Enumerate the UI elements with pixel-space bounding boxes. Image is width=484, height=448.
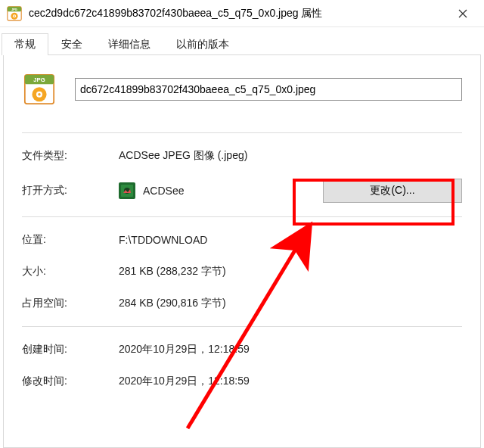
- label-openwith: 打开方式:: [22, 184, 119, 198]
- tab-previous-versions[interactable]: 以前的版本: [163, 33, 242, 55]
- tab-label: 以前的版本: [176, 38, 229, 50]
- jpeg-file-icon: JPG: [6, 5, 23, 22]
- row-sizeondisk: 占用空间: 284 KB (290,816 字节): [22, 294, 462, 313]
- tab-details[interactable]: 详细信息: [95, 33, 163, 55]
- label-modified: 修改时间:: [22, 375, 119, 388]
- value-openwith: ACDSee 更改(C)...: [119, 179, 462, 203]
- row-filetype: 文件类型: ACDSee JPEG 图像 (.jpeg): [22, 147, 462, 165]
- separator: [22, 132, 462, 133]
- row-created: 创建时间: 2020年10月29日，12:18:59: [22, 341, 462, 359]
- tab-strip: 常规 安全 详细信息 以前的版本: [2, 32, 482, 54]
- filename-input[interactable]: [75, 78, 462, 101]
- label-sizeondisk: 占用空间:: [22, 297, 119, 310]
- file-header: JPG: [22, 72, 462, 107]
- label-created: 创建时间:: [22, 343, 119, 356]
- row-size: 大小: 281 KB (288,232 字节): [22, 263, 462, 281]
- window-title: cec2d9dc672c41899b83702f430baeea_c5_q75_…: [29, 7, 446, 20]
- svg-point-13: [38, 93, 40, 95]
- tab-security[interactable]: 安全: [48, 33, 95, 55]
- close-icon: [458, 9, 467, 18]
- separator: [22, 326, 462, 327]
- jpeg-file-icon-large: JPG: [22, 72, 57, 107]
- openwith-app-name: ACDSee: [143, 185, 184, 197]
- tabs-container: 常规 安全 详细信息 以前的版本 JPG 文件类型: ACDSee JPE: [0, 27, 484, 448]
- row-location: 位置: F:\TDDOWNLOAD: [22, 231, 462, 249]
- tab-panel-general: JPG 文件类型: ACDSee JPEG 图像 (.jpeg) 打开方式:: [3, 54, 481, 448]
- svg-text:JPG: JPG: [33, 76, 45, 83]
- close-button[interactable]: [446, 2, 479, 25]
- change-button[interactable]: 更改(C)...: [323, 179, 462, 203]
- separator: [22, 216, 462, 217]
- value-location: F:\TDDOWNLOAD: [119, 234, 462, 246]
- acdsee-app-icon: [119, 182, 135, 199]
- value-modified: 2020年10月29日，12:18:59: [119, 375, 462, 388]
- value-filetype: ACDSee JPEG 图像 (.jpeg): [119, 149, 462, 163]
- tab-general[interactable]: 常规: [2, 33, 48, 55]
- label-filetype: 文件类型:: [22, 149, 119, 163]
- row-modified: 修改时间: 2020年10月29日，12:18:59: [22, 372, 462, 390]
- value-sizeondisk: 284 KB (290,816 字节): [119, 297, 462, 310]
- tab-label: 常规: [14, 38, 36, 50]
- label-location: 位置:: [22, 233, 119, 247]
- row-openwith: 打开方式: ACDSee 更改(C)...: [22, 179, 462, 203]
- change-button-label: 更改(C)...: [370, 184, 414, 196]
- tab-label: 安全: [61, 38, 82, 50]
- svg-line-17: [188, 228, 309, 428]
- value-size: 281 KB (288,232 字节): [119, 265, 462, 278]
- svg-point-5: [14, 15, 15, 17]
- svg-text:JPG: JPG: [11, 8, 17, 11]
- titlebar: JPG cec2d9dc672c41899b83702f430baeea_c5_…: [0, 0, 484, 27]
- label-size: 大小:: [22, 265, 119, 278]
- tab-label: 详细信息: [108, 38, 150, 50]
- value-created: 2020年10月29日，12:18:59: [119, 343, 462, 356]
